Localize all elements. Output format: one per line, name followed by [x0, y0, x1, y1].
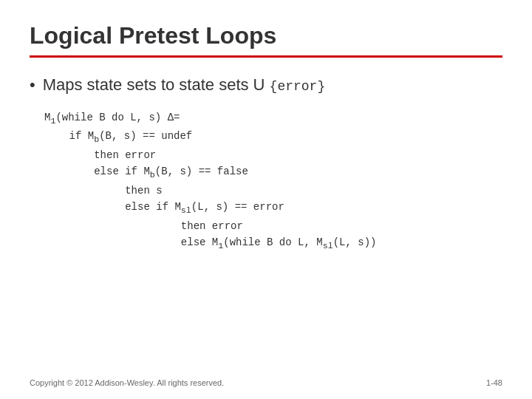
code-block: M1(while B do L, s) Δ= if Mb(B, s) == un… [44, 109, 502, 253]
code-line-3: then error [44, 147, 502, 163]
footer-copyright: Copyright © 2012 Addison-Wesley. All rig… [30, 378, 224, 387]
bullet-dot: • [30, 77, 35, 93]
bullet-text: Maps state sets to state sets U {error} [43, 75, 326, 95]
code-line-8: else M1(while B do L, Msl(L, s)) [44, 234, 502, 253]
slide-title: Logical Pretest Loops [30, 22, 502, 50]
title-underline [30, 55, 502, 58]
code-line-7: then error [44, 218, 502, 234]
code-line-4: else if Mb(B, s) == false [44, 163, 502, 182]
bullet-main-text: Maps state sets to state sets U [43, 75, 270, 94]
footer-page: 1-48 [486, 378, 502, 387]
footer: Copyright © 2012 Addison-Wesley. All rig… [30, 378, 502, 387]
slide-container: Logical Pretest Loops • Maps state sets … [0, 0, 532, 399]
bullet-suffix: {error} [270, 79, 326, 94]
code-line-2: if Mb(B, s) == undef [44, 128, 502, 146]
code-line-1: M1(while B do L, s) Δ= [44, 109, 502, 128]
code-line-6: else if Msl(L, s) == error [44, 199, 502, 217]
code-line-5: then s [44, 183, 502, 199]
bullet-point: • Maps state sets to state sets U {error… [30, 75, 502, 95]
